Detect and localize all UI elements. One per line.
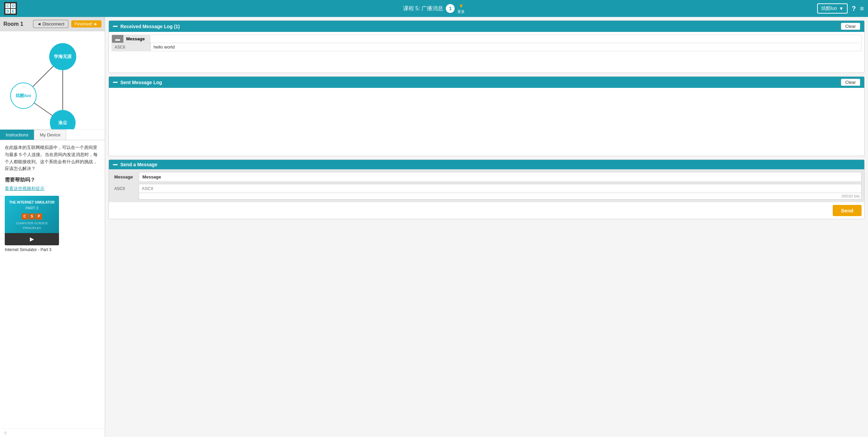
node-luochen: 炫酷luo [10, 82, 37, 109]
instructions-text: 在此版本的互联网模拟器中，可以在一个房间里与最多 5 个人连接。当在房间内发送消… [5, 144, 100, 172]
tab-my-device[interactable]: My Device [34, 130, 66, 140]
arrow-down-icon: ▼ [458, 3, 464, 9]
send-button[interactable]: Send [833, 205, 862, 216]
send-title: Send a Message [120, 162, 157, 167]
send-ascii-row: ASCII [112, 184, 862, 193]
message-icon-cell: ▬ [112, 35, 123, 43]
logo: C O D E [4, 2, 17, 15]
help-title: 需要帮助吗？ [5, 176, 100, 184]
notification-badge[interactable]: 1 [446, 4, 455, 13]
send-bits-info: 0/8192 bits [139, 193, 862, 200]
send-ascii-label: ASCII [112, 185, 139, 192]
sent-collapse-icon[interactable] [113, 82, 118, 83]
navbar-center: 课程 5: 广播消息 1 ▼ 更多 [403, 3, 465, 14]
hamburger-icon: ≡ [860, 5, 864, 12]
video-label: Internet Simulator - Part 3 [5, 247, 100, 253]
video-thumb-content: THE INTERNET SIMULATOR PART 3 C S P COMP… [5, 196, 59, 233]
send-body: Message Message ASCII 0/8192 bits [109, 169, 864, 202]
navbar-right: 炫酷luo ▼ ? ≡ [817, 3, 864, 14]
message-icon: ▬ [115, 36, 120, 42]
send-message-label: Message [112, 173, 139, 181]
video-thumbnail[interactable]: THE INTERNET SIMULATOR PART 3 C S P COMP… [5, 196, 59, 245]
video-part: PART 3 [8, 205, 56, 211]
question-mark-icon: ? [852, 5, 856, 12]
user-menu-button[interactable]: 炫酷luo ▼ [817, 3, 848, 14]
navbar: C O D E 课程 5: 广播消息 1 ▼ 更多 炫酷luo ▼ ? ≡ [0, 0, 868, 17]
play-icon: ▶ [5, 233, 59, 245]
copyright: © [0, 429, 105, 437]
node-label-luochen2: 洛尘 [58, 120, 67, 126]
received-log-title-text: Received Message Log (1) [120, 24, 180, 29]
sent-log-clear-button[interactable]: Clear [841, 79, 860, 86]
send-message-section: Send a Message Message Message ASCII 0/8… [108, 159, 865, 219]
send-message-header: Send a Message [109, 160, 864, 169]
bits-counter: 0/8192 bits [842, 194, 860, 198]
sent-log-title-text: Sent Message Log [120, 80, 162, 85]
instructions-area: 在此版本的互联网模拟器中，可以在一个房间里与最多 5 个人连接。当在房间内发送消… [0, 140, 105, 429]
sent-log-header: Sent Message Log Clear [109, 77, 864, 88]
received-log-title: Received Message Log (1) [113, 24, 180, 29]
tab-instructions[interactable]: Instructions [0, 130, 34, 140]
logo-c: C [5, 3, 10, 8]
help-button[interactable]: ? [852, 5, 856, 13]
collapse-icon[interactable] [113, 26, 118, 27]
message-row: ▬ Message [112, 35, 862, 43]
sent-log-title: Sent Message Log [113, 80, 162, 85]
video-subtitle: COMPUTER SCIENCE PRINCIPLES [8, 221, 56, 231]
more-label: 更多 [457, 9, 465, 14]
left-panel: Room 1 ◄ Disconnect Finished! ► 学海无涯 炫酷l… [0, 17, 105, 437]
finished-label: Finished! ► [75, 21, 98, 26]
node-xuehaiCwuya: 学海无涯 [49, 43, 76, 70]
csp-s: S [29, 213, 35, 220]
send-footer: Send [109, 202, 864, 219]
video-csp-badge: C S P [8, 213, 56, 220]
finished-button[interactable]: Finished! ► [71, 20, 101, 27]
message-label-cell: Message [123, 35, 151, 43]
logo-o: O [11, 3, 16, 8]
send-ascii-input[interactable] [139, 184, 862, 193]
sent-message-log: Sent Message Log Clear [108, 76, 865, 156]
network-diagram: 学海无涯 炫酷luo 洛尘 [0, 31, 105, 130]
received-message-log: Received Message Log (1) Clear ▬ Message… [108, 20, 865, 73]
ascii-value: hello world [151, 43, 861, 51]
node-luochen2: 洛尘 [50, 110, 76, 130]
disconnect-button[interactable]: ◄ Disconnect [33, 20, 68, 28]
node-label-xuehaiCwuya: 学海无涯 [54, 54, 72, 60]
send-message-label-row: Message Message [112, 172, 862, 182]
node-label-luochen: 炫酷luo [16, 93, 31, 99]
received-log-clear-button[interactable]: Clear [841, 23, 860, 30]
received-log-content: ▬ Message ASCII hello world [109, 32, 864, 73]
logo-d: D [5, 9, 10, 14]
more-dropdown[interactable]: ▼ 更多 [457, 3, 465, 14]
room-header: Room 1 ◄ Disconnect Finished! ► [0, 17, 105, 31]
csp-c: C [22, 213, 28, 220]
help-link[interactable]: 看看这些视频和提示 [5, 186, 44, 191]
received-log-header: Received Message Log (1) Clear [109, 21, 864, 32]
send-collapse-icon[interactable] [113, 164, 118, 165]
logo-box: C O D E [4, 2, 17, 15]
main-layout: Room 1 ◄ Disconnect Finished! ► 学海无涯 炫酷l… [0, 17, 868, 437]
message-ascii-row: ASCII hello world [112, 43, 862, 51]
ascii-label: ASCII [112, 43, 151, 51]
user-name: 炫酷luo [821, 5, 837, 12]
csp-p: P [36, 213, 42, 220]
sent-log-content [109, 88, 864, 156]
video-title-top: THE INTERNET SIMULATOR [8, 200, 56, 205]
hamburger-menu-button[interactable]: ≡ [860, 5, 864, 13]
send-message-field-label: Message [139, 172, 862, 182]
tabs-row: Instructions My Device [0, 130, 105, 140]
chevron-down-icon: ▼ [839, 6, 844, 11]
course-title: 课程 5: 广播消息 [403, 5, 443, 12]
room-title: Room 1 [3, 21, 30, 27]
logo-e: E [11, 9, 16, 14]
right-panel: Received Message Log (1) Clear ▬ Message… [105, 17, 868, 437]
